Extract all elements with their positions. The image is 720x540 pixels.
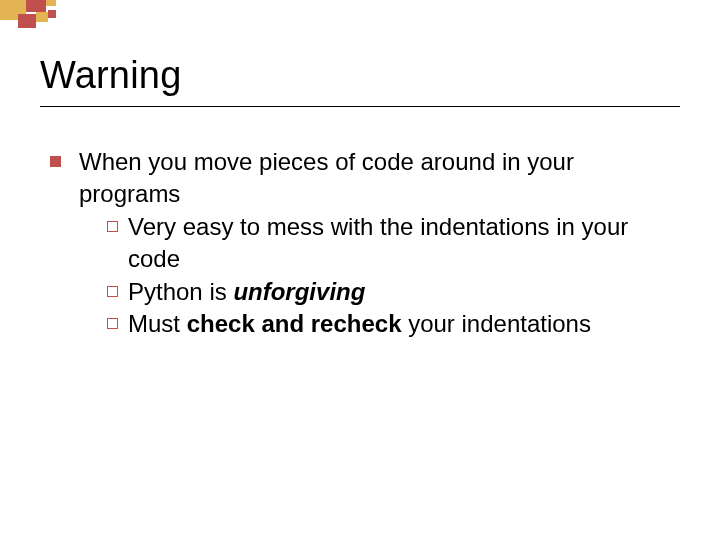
slide: Warning When you move pieces of code aro… bbox=[0, 0, 720, 540]
hollow-square-bullet-icon bbox=[107, 318, 118, 329]
slide-body: When you move pieces of code around in y… bbox=[50, 146, 670, 344]
square-bullet-icon bbox=[50, 156, 61, 167]
title-underline bbox=[40, 106, 680, 107]
corner-decoration bbox=[0, 0, 80, 40]
hollow-square-bullet-icon bbox=[107, 221, 118, 232]
bullet-level1: When you move pieces of code around in y… bbox=[50, 146, 670, 340]
bullet-level2: Must check and recheck your indentations bbox=[107, 308, 670, 340]
sub-bullet-text: Python is unforgiving bbox=[128, 276, 670, 308]
hollow-square-bullet-icon bbox=[107, 286, 118, 297]
bullet-level2: Very easy to mess with the indentations … bbox=[107, 211, 670, 276]
sub-bullet-text: Must check and recheck your indentations bbox=[128, 308, 670, 340]
bullet-text: When you move pieces of code around in y… bbox=[79, 148, 574, 207]
sub-bullet-text: Very easy to mess with the indentations … bbox=[128, 211, 670, 276]
bullet-level2: Python is unforgiving bbox=[107, 276, 670, 308]
slide-title: Warning bbox=[40, 54, 182, 97]
